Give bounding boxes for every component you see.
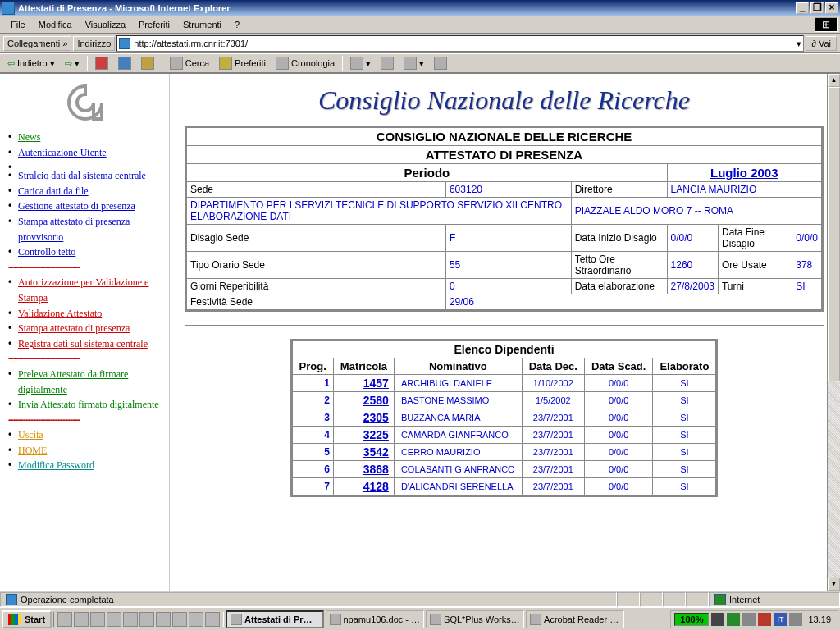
emp-col-header: Data Dec. <box>522 358 584 375</box>
print-button[interactable] <box>377 54 398 72</box>
refresh-button[interactable] <box>114 54 135 72</box>
task-icon <box>231 614 242 625</box>
ql-icon9[interactable] <box>189 612 203 627</box>
links-label[interactable]: Collegamenti » <box>3 36 71 51</box>
home-button[interactable] <box>137 54 158 72</box>
status-cell-4 <box>686 592 709 607</box>
taskbar-task[interactable]: Acrobat Reader … <box>526 610 624 628</box>
nav-item: Controllo tetto <box>8 244 162 260</box>
nav-link[interactable]: HOME <box>18 445 47 456</box>
discuss-button[interactable] <box>430 54 451 72</box>
tray-icon3[interactable] <box>742 613 756 626</box>
matricola-link[interactable]: 1457 <box>363 377 389 390</box>
ql-icon5[interactable] <box>123 612 138 627</box>
maximize-button[interactable]: ❐ <box>810 2 824 14</box>
status-cell-2 <box>640 592 663 607</box>
go-button[interactable]: ∂ Vai <box>806 36 837 51</box>
clock[interactable]: 13.19 <box>805 614 834 624</box>
tray-icon4[interactable] <box>758 613 771 626</box>
menu-tools[interactable]: Strumenti <box>176 18 228 31</box>
nav-link[interactable]: News <box>18 131 40 143</box>
nav-link[interactable]: Validazione Attestato <box>18 308 102 319</box>
table-row: 32305BUZZANCA MARIA23/7/20010/0/0SI <box>292 409 716 427</box>
nav-list: NewsAutenticazione UtenteStralcio dati d… <box>8 130 162 473</box>
matricola-link[interactable]: 3542 <box>363 445 389 459</box>
taskbar-task[interactable]: SQL*Plus Works… <box>426 610 524 628</box>
ql-icon7[interactable] <box>156 612 171 627</box>
tray-icon5[interactable] <box>789 613 802 626</box>
app-icon <box>2 2 15 15</box>
matricola-link[interactable]: 2580 <box>363 394 389 407</box>
matricola-link[interactable]: 3225 <box>363 428 389 441</box>
nav-link[interactable]: Stampa attestato di presenza provvisorio <box>18 216 130 243</box>
menu-favorites[interactable]: Preferiti <box>132 18 176 31</box>
nav-item: Validazione Attestato <box>8 306 162 322</box>
taskbar-task[interactable]: npamu106.doc - … <box>326 610 424 628</box>
sede-label: Sede <box>187 182 446 198</box>
matricola-link[interactable]: 3868 <box>363 463 389 476</box>
nav-link[interactable]: Preleva Attestato da firmare digitalment… <box>18 368 128 395</box>
mail-button[interactable]: ▾ <box>346 54 375 72</box>
forward-button[interactable]: ⇨ ▾ <box>61 56 84 71</box>
edit-button[interactable]: ▾ <box>399 54 428 72</box>
nav-link[interactable]: Invia Attestato firmato digitalmente <box>18 399 159 410</box>
nav-link[interactable]: Modifica Password <box>18 459 94 471</box>
emp-col-header: Matricola <box>333 358 394 375</box>
ql-icon6[interactable] <box>139 612 154 627</box>
address-box[interactable]: ▾ <box>116 35 804 52</box>
tray-lang-icon[interactable]: IT <box>774 613 787 626</box>
search-button[interactable]: Cerca <box>166 54 213 72</box>
doc-title: ATTESTATO DI PRESENZA <box>187 146 822 164</box>
periodo-value: Luglio 2003 <box>667 164 821 182</box>
nav-link[interactable]: Autenticazione Utente <box>18 147 107 158</box>
nav-link[interactable]: Registra dati sul sistema centrale <box>18 338 148 349</box>
scroll-thumb[interactable] <box>828 87 840 381</box>
content-area: NewsAutenticazione UtenteStralcio dati d… <box>0 73 840 591</box>
scroll-track[interactable] <box>828 87 840 578</box>
nav-item: Autorizzazione per Validazione e Stampa <box>8 275 162 305</box>
stop-button[interactable] <box>91 54 112 72</box>
back-button[interactable]: ⇦ Indietro ▾ <box>3 56 59 71</box>
table-row: 22580BASTONE MASSIMO1/5/20020/0/0SI <box>292 392 716 409</box>
close-button[interactable]: × <box>825 2 838 14</box>
scroll-up-button[interactable]: ▲ <box>828 74 840 87</box>
menu-edit[interactable]: Modifica <box>32 18 79 31</box>
matricola-link[interactable]: 2305 <box>363 411 389 424</box>
history-button[interactable]: Cronologia <box>272 54 339 72</box>
nav-link[interactable]: Stralcio dati dal sistema centrale <box>18 170 146 181</box>
menu-file[interactable]: File <box>4 18 32 31</box>
nav-link[interactable]: Uscita <box>18 429 43 441</box>
ql-icon8[interactable] <box>172 612 187 627</box>
nav-link[interactable]: Stampa attestato di presenza <box>18 322 130 334</box>
tray-icon2[interactable] <box>727 613 740 626</box>
ql-icon4[interactable] <box>107 612 121 627</box>
ql-ie-icon[interactable] <box>57 612 72 627</box>
nav-item: Invia Attestato firmato digitalmente <box>8 397 162 413</box>
ql-outlook-icon[interactable] <box>74 612 89 627</box>
tray-icon1[interactable] <box>711 613 724 626</box>
zoom-indicator[interactable]: 100% <box>674 613 709 626</box>
menu-view[interactable]: Visualizza <box>79 18 132 31</box>
address-input[interactable] <box>134 39 793 48</box>
nav-item: Gestione attestato di presenza <box>8 199 162 214</box>
nav-link[interactable]: Autorizzazione per Validazione e Stampa <box>18 276 148 304</box>
nav-link[interactable]: Controllo tetto <box>18 246 75 258</box>
nav-link[interactable]: Gestione attestato di presenza <box>18 200 135 212</box>
menu-help[interactable]: ? <box>228 18 246 31</box>
matricola-link[interactable]: 4128 <box>363 480 389 493</box>
ql-icon10[interactable] <box>205 612 220 627</box>
ql-desktop-icon[interactable] <box>90 612 105 627</box>
taskbar-task[interactable]: Attestati di Pr… <box>226 610 324 628</box>
emp-col-header: Nominativo <box>394 358 522 375</box>
minimize-button[interactable]: _ <box>796 2 809 14</box>
start-button[interactable]: Start <box>2 610 52 628</box>
table-row: 53542CERRO MAURIZIO23/7/20010/0/0SI <box>292 444 716 461</box>
scrollbar[interactable]: ▲ ▼ <box>827 74 840 591</box>
nav-link[interactable]: Carica dati da file <box>18 185 89 197</box>
scroll-down-button[interactable]: ▼ <box>828 578 840 591</box>
sede-value: 603120 <box>445 182 571 198</box>
dropdown-icon[interactable]: ▾ <box>797 39 801 49</box>
favorites-button[interactable]: Preferiti <box>215 54 270 72</box>
org-title: CONSIGLIO NAZIONALE DELLE RICERCHE <box>187 128 822 146</box>
globe-icon <box>714 594 726 605</box>
